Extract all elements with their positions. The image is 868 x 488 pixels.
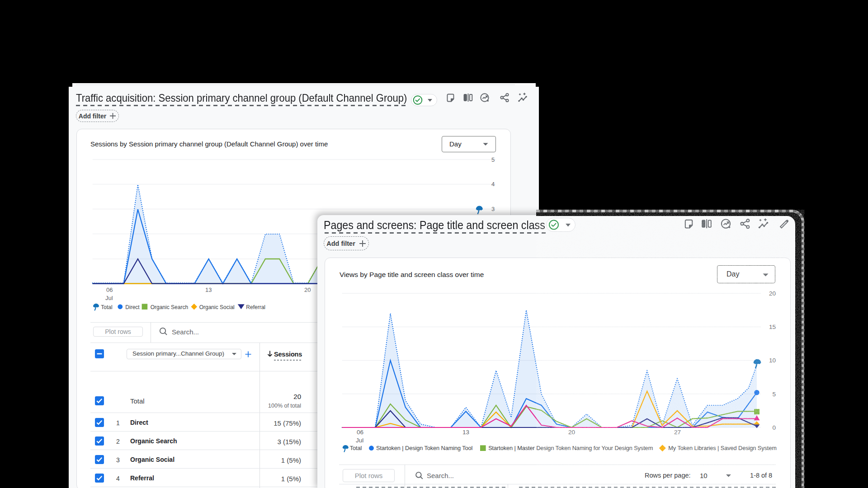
svg-text:4: 4 bbox=[491, 181, 495, 188]
svg-text:13: 13 bbox=[462, 429, 469, 436]
svg-text:Direct: Direct bbox=[125, 304, 140, 310]
svg-text:Total: Total bbox=[350, 445, 362, 451]
svg-text:20: 20 bbox=[304, 286, 311, 293]
svg-text:Total: Total bbox=[101, 304, 112, 310]
svg-text:06: 06 bbox=[106, 286, 113, 293]
svg-text:Jul: Jul bbox=[105, 295, 113, 301]
svg-text:Jul: Jul bbox=[356, 437, 363, 444]
svg-text:13: 13 bbox=[205, 286, 212, 293]
svg-text:Organic Social: Organic Social bbox=[199, 304, 235, 310]
svg-text:3: 3 bbox=[491, 206, 495, 212]
svg-text:Startoken | Design Token Namin: Startoken | Design Token Naming Tool bbox=[376, 445, 472, 451]
svg-text:Referral: Referral bbox=[246, 304, 265, 310]
svg-text:Organic Search: Organic Search bbox=[151, 304, 188, 310]
svg-text:06: 06 bbox=[357, 429, 363, 436]
svg-text:5: 5 bbox=[491, 156, 495, 163]
